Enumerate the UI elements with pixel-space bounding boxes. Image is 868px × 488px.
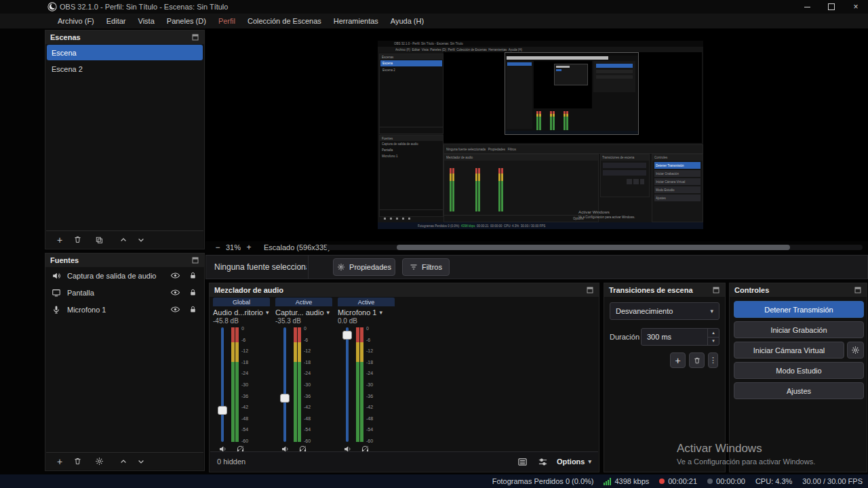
controls-dock-title: Controles: [734, 286, 769, 294]
mixer-channel-name[interactable]: Audio d...ritorio▾: [213, 308, 270, 317]
stop-streaming-button[interactable]: Detener Transmisión: [734, 301, 864, 318]
menu-coleccion-escenas[interactable]: Colección de Escenas: [241, 14, 328, 28]
close-icon: ×: [853, 2, 858, 12]
stream-time-label: 00:00:21: [668, 477, 697, 485]
mixer-channel-state-tab[interactable]: Global: [213, 298, 270, 306]
visibility-eye-button[interactable]: [170, 270, 180, 281]
dock-float-button[interactable]: [854, 286, 862, 294]
volume-slider-track[interactable]: [283, 327, 286, 442]
start-virtual-camera-button[interactable]: Iniciar Cámara Virtual: [734, 342, 844, 359]
menu-vista[interactable]: Vista: [132, 14, 161, 28]
decor-button: [640, 179, 644, 184]
move-source-up-button[interactable]: [118, 456, 129, 467]
move-scene-up-button[interactable]: [118, 235, 129, 245]
record-dot-icon: [707, 479, 713, 484]
zoom-level: 31%: [226, 243, 241, 251]
volume-slider-track[interactable]: [221, 327, 224, 442]
scene-item-escena[interactable]: Escena: [47, 45, 203, 60]
menu-herramientas[interactable]: Herramientas: [328, 14, 384, 28]
move-scene-down-button[interactable]: [136, 235, 146, 245]
menu-archivo[interactable]: Archivo (F): [52, 14, 100, 28]
transition-selected-value: Desvanecimiento: [616, 307, 673, 315]
mixer-dock-header: Mezclador de audio: [210, 283, 599, 297]
visibility-eye-button[interactable]: [170, 287, 180, 298]
spin-up-button[interactable]: ▴: [708, 329, 719, 337]
dock-float-button[interactable]: [586, 286, 594, 294]
hidden-count-label: 0 hidden: [210, 458, 245, 466]
spin-down-button[interactable]: ▾: [708, 337, 719, 346]
filters-button[interactable]: Filtros: [402, 258, 450, 276]
remove-scene-button[interactable]: [72, 235, 83, 245]
add-source-button[interactable]: +: [54, 456, 65, 467]
start-recording-button[interactable]: Iniciar Grabación: [734, 321, 864, 338]
decor-panel: [593, 61, 635, 92]
preview-hscroll-thumb[interactable]: [397, 245, 790, 250]
mixer-channel-name[interactable]: Captur... audio▾: [275, 308, 332, 317]
decor-meter: [564, 111, 568, 130]
zoom-out-button[interactable]: −: [212, 243, 223, 252]
minimize-button[interactable]: [795, 0, 819, 14]
preview-canvas[interactable]: OBS 32.1.0 - Perfil: Sin Título - Escena…: [205, 28, 868, 241]
scene-item-escena-2[interactable]: Escena 2: [47, 61, 203, 77]
mixer-options-button[interactable]: Options ▾: [557, 458, 591, 466]
zoom-in-button[interactable]: +: [243, 243, 254, 252]
properties-label: Propiedades: [349, 263, 391, 271]
decor-panel: [507, 61, 532, 129]
window-title: OBS 32.1.0 - Perfil: Sin Título - Escena…: [60, 0, 228, 14]
controls-dock-header: Controles: [730, 283, 867, 297]
source-item-audio-output[interactable]: Captura de salida de audio: [45, 267, 204, 284]
audio-settings-icon[interactable]: [536, 455, 550, 468]
source-row-actions: [170, 287, 204, 298]
obs-logo-icon: [47, 2, 57, 12]
decor-spinbox: [603, 170, 646, 176]
virtual-camera-settings-button[interactable]: [847, 342, 864, 359]
menu-paneles[interactable]: Paneles (D): [161, 14, 212, 28]
settings-button[interactable]: Ajustes: [734, 382, 864, 399]
remove-source-button[interactable]: [72, 456, 83, 467]
decor-dropdown: [603, 163, 646, 168]
add-scene-button[interactable]: +: [54, 235, 65, 245]
volume-slider-handle[interactable]: [280, 394, 290, 403]
menu-editar[interactable]: Editar: [100, 14, 132, 28]
decor-bar: [505, 53, 638, 56]
nested-obs-capture: OBS 32.1.0 - Perfil: Sin Título - Escena…: [378, 41, 703, 229]
menu-perfil[interactable]: Perfil: [212, 14, 241, 28]
dock-float-button[interactable]: [191, 256, 199, 264]
lock-button[interactable]: [187, 304, 198, 315]
stream-time-group: 00:00:21: [659, 477, 697, 485]
transition-select[interactable]: Desvanecimiento ▾: [610, 302, 719, 320]
studio-mode-button[interactable]: Modo Estudio: [734, 362, 864, 379]
mixer-channel-audio-capture: Active Captur... audio▾ -35.3 dB 0-6-12-…: [275, 298, 332, 455]
close-button[interactable]: ×: [844, 0, 868, 14]
volume-meter: 0-6-12-18-24-30-36-42-48-54-60: [338, 326, 395, 443]
source-item-display[interactable]: Pantalla: [45, 284, 204, 301]
mixer-channel-state-tab[interactable]: Active: [338, 298, 395, 306]
lock-button[interactable]: [187, 287, 198, 298]
add-transition-button[interactable]: +: [670, 352, 686, 368]
dock-float-button[interactable]: [712, 286, 720, 294]
volume-slider-handle[interactable]: [218, 406, 227, 415]
source-item-microphone[interactable]: Microfono 1: [45, 301, 204, 318]
sources-dock: Fuentes Captura de salida de audio: [45, 253, 205, 471]
nested-transitions: Transiciones de escena: [600, 154, 650, 197]
visibility-eye-button[interactable]: [170, 304, 180, 315]
menu-ayuda[interactable]: Ayuda (H): [384, 14, 430, 28]
mixer-channel-state-tab[interactable]: Active: [275, 298, 332, 306]
sources-dock-header: Fuentes: [45, 253, 204, 267]
remove-transition-button[interactable]: [689, 352, 705, 368]
maximize-button[interactable]: [819, 0, 844, 14]
source-properties-button[interactable]: [94, 456, 104, 467]
scale-selector[interactable]: Escalado (596x335): [264, 243, 330, 251]
fps-label: 30.00 / 30.00 FPS: [802, 477, 863, 485]
move-source-down-button[interactable]: [136, 456, 146, 467]
advanced-audio-icon[interactable]: [516, 455, 530, 468]
transition-more-button[interactable]: ⋮: [708, 352, 718, 368]
volume-slider-handle[interactable]: [342, 331, 352, 340]
properties-button[interactable]: Propiedades: [333, 258, 395, 276]
scene-filters-button[interactable]: [94, 235, 104, 245]
volume-slider-track[interactable]: [346, 327, 349, 442]
dock-float-button[interactable]: [191, 33, 199, 41]
mixer-channel-name[interactable]: Microfono 1▾: [338, 308, 395, 317]
duration-spinbox[interactable]: 300 ms ▴ ▾: [641, 328, 719, 346]
lock-button[interactable]: [187, 270, 198, 281]
